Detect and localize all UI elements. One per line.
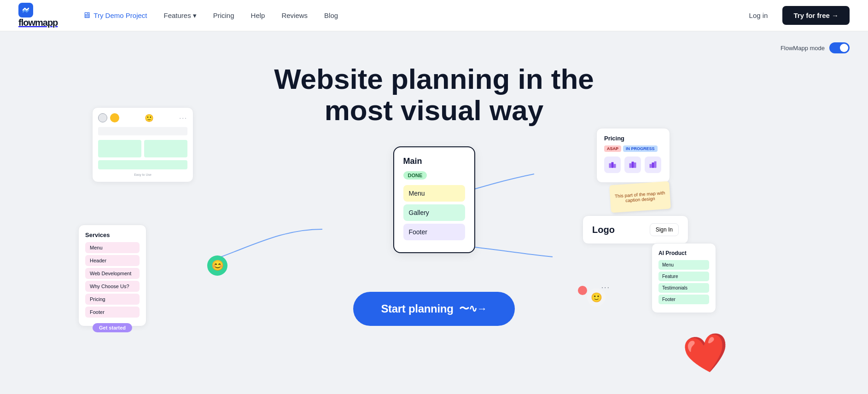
services-card-title: Services — [85, 232, 140, 238]
svg-rect-7 — [652, 162, 654, 168]
toggle-thumb — [840, 44, 848, 52]
red-dot-deco — [578, 286, 587, 295]
navbar: flowmapp 🖥 Try Demo Project Features ▾ P… — [0, 0, 868, 31]
demo-icon: 🖥 — [82, 11, 91, 20]
service-item-menu: Menu — [85, 242, 140, 253]
nav-help-link[interactable]: Help — [245, 8, 272, 23]
menu-item: Menu — [403, 185, 465, 202]
nav-links: 🖥 Try Demo Project Features ▾ Pricing He… — [76, 7, 741, 24]
handle-br — [186, 166, 190, 171]
flowmapp-mode-toggle[interactable] — [829, 42, 850, 53]
hero-headline: Website planning in the most visual way — [274, 64, 594, 126]
dot-yellow — [110, 113, 119, 122]
ai-item-testimonials: Testimonials — [658, 283, 709, 293]
try-for-free-button[interactable]: Try for free → — [782, 6, 850, 25]
more-options-icon: ··· — [179, 114, 187, 122]
canvas-cell-3 — [98, 160, 187, 169]
nav-actions: Log in Try for free → — [742, 6, 850, 25]
ai-card-title: AI Product — [658, 250, 709, 256]
nav-pricing-link[interactable]: Pricing — [207, 8, 241, 23]
done-badge: DONE — [403, 171, 427, 180]
svg-rect-3 — [629, 163, 632, 168]
nav-demo-link[interactable]: 🖥 Try Demo Project — [76, 7, 153, 24]
canvas-design-card: 🙂 ··· Easy to Use — [92, 107, 193, 182]
selection-box — [115, 123, 189, 169]
service-item-pricing: Pricing — [85, 294, 140, 305]
handle-bl — [114, 166, 118, 171]
canvas-dots — [98, 113, 119, 122]
services-card: Services Menu Header Web Development Why… — [78, 225, 146, 326]
service-item-webdev: Web Development — [85, 268, 140, 279]
ai-item-footer: Footer — [658, 295, 709, 304]
svg-rect-1 — [612, 162, 614, 168]
logo-card-text: Logo — [592, 225, 615, 235]
smiley-gray-icon: 🙂 — [587, 288, 606, 307]
svg-rect-4 — [632, 162, 634, 168]
start-planning-button[interactable]: Start planning 〜∿→ — [353, 292, 514, 326]
pricing-card: Pricing ASAP IN PROGRESS — [596, 128, 670, 183]
dots-menu-icon: ··· — [601, 284, 610, 292]
handle-tl — [114, 122, 118, 127]
pricing-badges: ASAP IN PROGRESS — [604, 145, 662, 152]
service-item-whychoose: Why Choose Us? — [85, 281, 140, 292]
handle-tr — [186, 122, 190, 127]
hero-section: FlowMapp mode Website planning in the mo… — [0, 31, 868, 394]
gallery-item: Gallery — [403, 204, 465, 221]
svg-rect-2 — [614, 164, 616, 168]
svg-rect-6 — [650, 164, 652, 168]
smiley-green-icon: 😊 — [207, 255, 227, 276]
canvas-grid: Easy to Use — [98, 127, 187, 176]
logo[interactable]: flowmapp — [18, 3, 76, 28]
image-placeholder-yellow: 🐱 — [117, 133, 182, 174]
login-button[interactable]: Log in — [742, 8, 775, 23]
ai-item-feature: Feature — [658, 272, 709, 281]
ai-product-card: AI Product Menu Feature Testimonials Foo… — [652, 243, 716, 313]
canvas-cell-full — [98, 127, 187, 135]
pricing-card-title: Pricing — [604, 135, 662, 142]
hero-cta-area: Start planning 〜∿→ — [353, 292, 514, 326]
canvas-cell-2 — [144, 140, 187, 157]
nav-reviews-link[interactable]: Reviews — [275, 8, 314, 23]
get-started-badge: Get started — [93, 323, 132, 332]
heart-deco-icon: ❤️ — [681, 329, 734, 379]
flowmapp-mode-toggle-area: FlowMapp mode — [781, 42, 850, 53]
chevron-down-icon: ▾ — [193, 12, 197, 20]
service-item-header: Header — [85, 255, 140, 266]
service-item-footer: Footer — [85, 307, 140, 318]
in-progress-badge: IN PROGRESS — [623, 145, 658, 152]
emoji-face-icon: 🙂 — [145, 114, 154, 122]
pricing-icon-row — [604, 156, 662, 173]
ai-item-menu: Menu — [658, 260, 709, 270]
canvas-label: Easy to Use — [98, 173, 187, 176]
svg-rect-0 — [609, 163, 612, 168]
nav-features-link[interactable]: Features ▾ — [157, 8, 203, 23]
nav-blog-link[interactable]: Blog — [318, 8, 344, 23]
main-card-title: Main — [403, 156, 465, 166]
footer-item: Footer — [403, 224, 465, 240]
canvas-cell-1 — [98, 140, 141, 157]
dot-oval — [98, 113, 107, 122]
logo-text: flowmapp — [18, 17, 58, 28]
flowmapp-mode-label: FlowMapp mode — [781, 45, 825, 52]
sticky-note: This part of the map with caption design — [609, 181, 671, 213]
hero-title: Website planning in the most visual way — [274, 64, 594, 126]
svg-rect-5 — [634, 162, 636, 168]
cta-label: Start planning — [381, 302, 453, 315]
asap-badge: ASAP — [604, 145, 621, 152]
logo-card: Logo Sign In — [583, 215, 688, 244]
sign-in-button[interactable]: Sign In — [650, 223, 679, 236]
logo-icon — [18, 3, 33, 17]
canvas-top-bar: 🙂 ··· — [98, 113, 187, 122]
pricing-icon-1 — [604, 156, 621, 173]
cta-wave-icon: 〜∿→ — [459, 302, 487, 316]
svg-rect-8 — [654, 162, 657, 168]
main-sitemap-card: Main DONE Menu Gallery Footer — [393, 146, 475, 253]
pricing-icon-3 — [645, 156, 661, 173]
pricing-icon-2 — [624, 156, 641, 173]
